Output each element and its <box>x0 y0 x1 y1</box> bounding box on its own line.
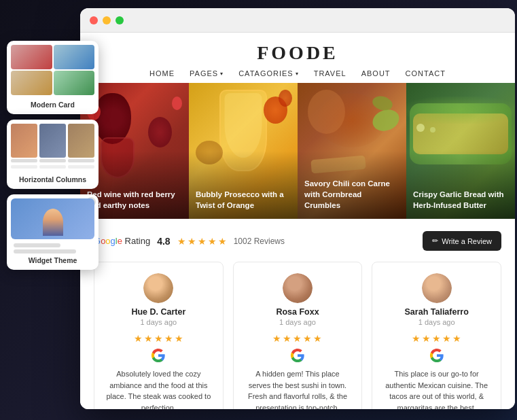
review-text-1: Absolutely loved the cozy ambiance and t… <box>105 368 212 409</box>
site-navigation: FOODE HOME PAGES ▾ CATAGORIES ▾ TRAVEL A… <box>80 33 515 83</box>
widget-hero-image <box>11 198 94 239</box>
google-rating-row: Google Rating 4.8 ★ ★ ★ ★ ★ 1002 Reviews… <box>94 231 501 251</box>
chevron-down-icon: ▾ <box>296 71 299 77</box>
floating-theme-cards: Modern Card Horizontal Columns ✕ <box>7 41 99 270</box>
reviews-count: 1002 Reviews <box>234 237 285 246</box>
hcol-thumb-1 <box>11 124 37 158</box>
widget-bar-1 <box>14 243 60 247</box>
food-card-title-3: Savory Chili con Carne with Cornbread Cr… <box>304 178 399 211</box>
horizontal-columns-thumbnails <box>7 120 99 173</box>
reviewer-date-3: 1 days ago <box>418 318 455 326</box>
reviewer-name-3: Sarah Taliaferro <box>405 307 469 317</box>
hcol-bar-2 <box>39 159 66 162</box>
modern-card-preview[interactable]: Modern Card <box>7 41 99 114</box>
avatar-3 <box>422 273 452 303</box>
hcol-1 <box>11 124 37 169</box>
hcol-bar-1 <box>11 159 37 162</box>
rating-stars: ★ ★ ★ ★ ★ <box>177 236 227 247</box>
nav-item-home[interactable]: HOME <box>149 69 175 77</box>
widget-text-bars <box>11 243 94 253</box>
modern-card-thumbnails <box>7 41 99 98</box>
hcol-2 <box>39 124 66 169</box>
browser-content: FOODE HOME PAGES ▾ CATAGORIES ▾ TRAVEL A… <box>80 33 515 409</box>
nav-item-categories[interactable]: CATAGORIES ▾ <box>238 69 299 77</box>
food-card-2[interactable]: Bubbly Prosecco with a Twist of Orange <box>189 83 298 219</box>
nav-links: HOME PAGES ▾ CATAGORIES ▾ TRAVEL ABOUT C <box>149 69 446 77</box>
thumb-2 <box>54 45 95 69</box>
reviewer-name-1: Hue D. Carter <box>131 307 185 317</box>
reviewer-name-2: Rosa Foxx <box>276 307 319 317</box>
browser-window: FOODE HOME PAGES ▾ CATAGORIES ▾ TRAVEL A… <box>80 8 515 409</box>
maximize-button[interactable] <box>115 16 124 24</box>
google-icon-2 <box>290 348 305 363</box>
nav-item-pages[interactable]: PAGES ▾ <box>190 69 224 77</box>
nav-item-about[interactable]: ABOUT <box>361 69 391 77</box>
review-text-2: A hidden gem! This place serves the best… <box>245 368 351 409</box>
reviews-grid: Hue D. Carter 1 days ago ★ ★ ★ ★ ★ <box>94 262 501 409</box>
review-stars-1: ★ ★ ★ ★ ★ <box>105 333 212 344</box>
google-icon-1 <box>151 348 166 363</box>
avatar-2 <box>283 273 313 303</box>
hcol-bar-x-3 <box>68 165 94 169</box>
google-label: Google Rating <box>94 236 150 246</box>
rating-number: 4.8 <box>157 236 170 247</box>
horizontal-columns-label: Horizontal Columns <box>7 175 99 183</box>
pencil-icon: ✏ <box>432 237 438 245</box>
browser-toolbar <box>80 8 515 33</box>
food-card-4[interactable]: Crispy Garlic Bread with Herb-Infused Bu… <box>406 83 515 219</box>
minimize-button[interactable] <box>103 16 111 24</box>
review-card-3: Sarah Taliaferro 1 days ago ★ ★ ★ ★ ★ <box>372 262 501 409</box>
hcol-3 <box>68 124 94 169</box>
nav-item-contact[interactable]: CONTACT <box>406 69 446 77</box>
review-text-3: This place is our go-to for authentic Me… <box>383 368 490 409</box>
reviewer-header-1: Hue D. Carter 1 days ago <box>105 273 212 326</box>
review-card-2: Rosa Foxx 1 days ago ★ ★ ★ ★ ★ <box>233 262 363 409</box>
nav-item-travel[interactable]: TRAVEL <box>314 69 346 77</box>
horizontal-columns-preview[interactable]: Horizontal Columns <box>7 120 99 189</box>
reviewer-header-3: Sarah Taliaferro 1 days ago <box>383 273 490 326</box>
reviews-section: Google Rating 4.8 ★ ★ ★ ★ ★ 1002 Reviews… <box>80 219 515 409</box>
chevron-down-icon: ▾ <box>220 71 224 77</box>
modern-card-label: Modern Card <box>7 101 99 109</box>
review-card-1: Hue D. Carter 1 days ago ★ ★ ★ ★ ★ <box>94 262 224 409</box>
food-card-title-1: Red wine with red berry and earthy notes <box>87 189 182 211</box>
avatar-1 <box>143 273 173 303</box>
reviewer-header-2: Rosa Foxx 1 days ago <box>245 273 351 326</box>
widget-person-figure <box>43 209 63 236</box>
review-stars-2: ★ ★ ★ ★ ★ <box>245 333 351 344</box>
food-grid: Red wine with red berry and earthy notes… <box>80 83 515 219</box>
widget-bar-2 <box>14 249 76 253</box>
food-card-title-4: Crispy Garlic Bread with Herb-Infused Bu… <box>413 189 508 211</box>
hcol-bar-x-1 <box>11 165 37 169</box>
hcol-bar-3 <box>68 159 94 162</box>
hcol-bar-x-2 <box>39 165 66 169</box>
widget-theme-preview[interactable]: ✕ Widget Theme <box>7 194 99 270</box>
thumb-1 <box>11 45 52 69</box>
hcol-thumb-2 <box>39 124 66 158</box>
close-button[interactable] <box>90 16 98 24</box>
reviewer-date-1: 1 days ago <box>140 318 177 326</box>
thumb-3 <box>11 71 52 95</box>
widget-theme-label: Widget Theme <box>11 256 94 264</box>
thumb-4 <box>54 71 95 95</box>
hcol-thumb-3 <box>68 124 94 158</box>
food-card-3[interactable]: Savory Chili con Carne with Cornbread Cr… <box>298 83 406 219</box>
reviewer-date-2: 1 days ago <box>279 318 316 326</box>
google-icon-3 <box>429 348 444 363</box>
write-review-button[interactable]: ✏ Write a Review <box>423 231 501 251</box>
food-card-title-2: Bubbly Prosecco with a Twist of Orange <box>196 189 291 211</box>
review-stars-3: ★ ★ ★ ★ ★ <box>383 333 490 344</box>
site-logo: FOODE <box>257 42 338 64</box>
